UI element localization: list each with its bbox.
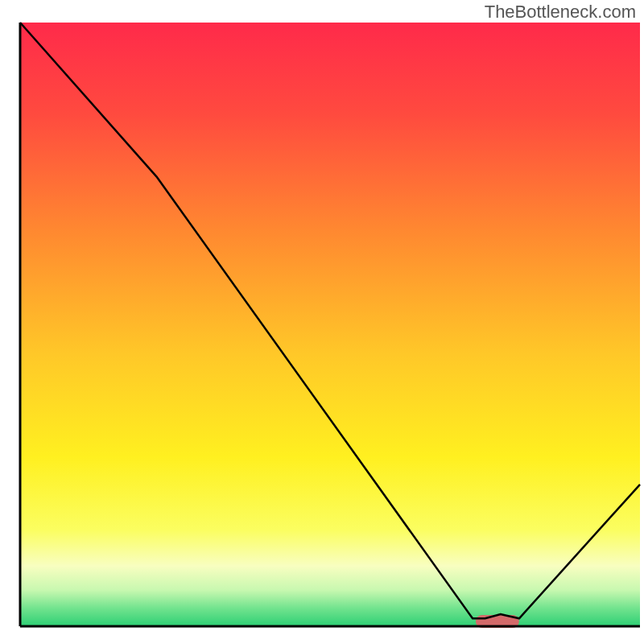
plot-background bbox=[20, 23, 640, 626]
watermark-text: TheBottleneck.com bbox=[485, 2, 636, 23]
bottleneck-chart bbox=[0, 0, 644, 644]
chart-container: TheBottleneck.com bbox=[0, 0, 644, 644]
